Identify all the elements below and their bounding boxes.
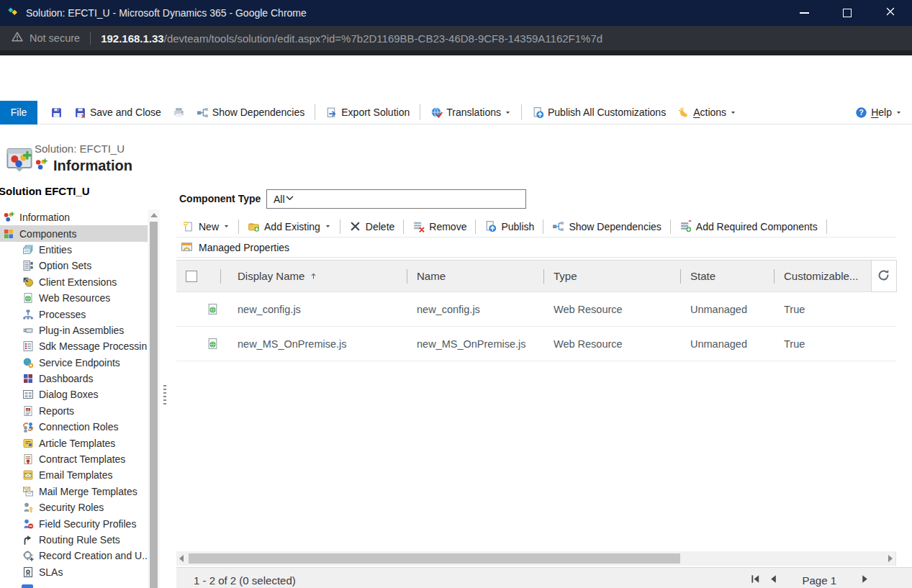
ribbon-print-button[interactable] (173, 107, 185, 119)
pane-splitter-handle[interactable] (163, 385, 166, 405)
grid-row[interactable]: new_config.jsnew_config.jsWeb ResourceUn… (176, 292, 896, 327)
previous-page-button[interactable] (768, 574, 779, 587)
sidebar-item-web-resources[interactable]: Web Resources (0, 290, 149, 306)
scroll-up-icon[interactable] (150, 213, 158, 217)
routing-rules-icon (22, 534, 34, 546)
column-header-type[interactable]: Type (543, 261, 680, 292)
url-text[interactable]: 192.168.1.33/devteam/tools/solution/edit… (101, 32, 602, 45)
delete-button[interactable]: Delete (349, 220, 394, 232)
sidebar-item-dialog-boxes[interactable]: Dialog Boxes (0, 386, 149, 402)
sidebar-item-field-security-profiles[interactable]: Field Security Profiles (0, 515, 149, 531)
column-header-name[interactable]: Name (407, 261, 543, 292)
sidebar-item-plug-in-assemblies[interactable]: Plug-in Assemblies (0, 322, 149, 338)
sidebar-item-label: SLAs (39, 566, 63, 578)
ribbon-publish-all-customizations-button[interactable]: Publish All Customizations (532, 107, 666, 119)
sidebar-item-routing-rule-sets[interactable]: Routing Rule Sets (0, 532, 149, 548)
component-type-select[interactable]: All (266, 189, 526, 209)
page-top-strip (0, 50, 912, 55)
sidebar-item-dashboards[interactable]: Dashboards (0, 371, 149, 386)
ribbon-export-solution-button[interactable]: Export Solution (325, 107, 410, 119)
close-button[interactable] (869, 0, 912, 26)
sidebar-item-sdk-message-processin[interactable]: Sdk Message Processin... (0, 338, 149, 354)
sidebar-item-slas[interactable]: SLAs (0, 564, 149, 580)
toolbar-separator (475, 220, 476, 234)
ribbon-actions-button[interactable]: Actions (677, 107, 736, 119)
ribbon-save-button[interactable] (50, 107, 63, 119)
sidebar-item-label: Entities (39, 244, 72, 255)
new-button[interactable]: New (182, 220, 230, 232)
sidebar-item-client-extensions[interactable]: Client Extensions (0, 274, 149, 290)
remove-button[interactable]: Remove (412, 220, 466, 232)
grid-row[interactable]: new_MS_OnPremise.jsnew_MS_OnPremise.jsWe… (176, 327, 896, 361)
sidebar-item-entities[interactable]: Entities (0, 242, 149, 258)
sidebar-item-mail-merge-templates[interactable]: Mail Merge Templates (0, 484, 149, 499)
plugin-assemblies-icon (22, 325, 34, 336)
dependencies-icon (552, 220, 564, 232)
scroll-right-icon[interactable] (888, 555, 893, 562)
add-required-components-button[interactable]: *Add Required Components (680, 220, 818, 232)
sidebar-item-connection-roles[interactable]: Connection Roles (0, 419, 149, 435)
first-page-button[interactable] (750, 574, 761, 587)
cell-type: Web Resource (543, 292, 680, 327)
security-label[interactable]: Not secure (30, 32, 80, 44)
sidebar-item-processes[interactable]: Processes (0, 306, 149, 322)
sidebar-scroll-thumb[interactable] (150, 222, 158, 588)
close-icon (885, 6, 896, 20)
sidebar-item-label: Option Sets (39, 260, 91, 271)
sidebar-item-article-templates[interactable]: Article Templates (0, 435, 149, 451)
toolbar-button-label: Remove (429, 221, 466, 232)
minimize-button[interactable] (782, 0, 826, 26)
sidebar-item-label: Mail Merge Templates (39, 486, 137, 497)
contract-templates-icon (22, 453, 34, 465)
horizontal-scroll-thumb[interactable] (189, 553, 680, 564)
sidebar-item-information[interactable]: Information (0, 209, 149, 225)
file-tab[interactable]: File (0, 101, 37, 125)
maximize-button[interactable] (826, 0, 869, 26)
refresh-button[interactable] (871, 261, 896, 292)
address-bar[interactable]: Not secure 192.168.1.33/devteam/tools/so… (0, 26, 912, 50)
service-endpoints-icon (22, 357, 34, 368)
column-header-state[interactable]: State (680, 261, 774, 292)
sidebar-item-label: Connection Roles (39, 421, 119, 433)
sidebar-item-label: Web Resources (39, 292, 110, 304)
remove-icon (412, 220, 425, 232)
managed-properties-button[interactable]: Managed Properties (176, 238, 896, 258)
row-trailing-cell (871, 327, 896, 361)
cell-type: Web Resource (543, 327, 680, 361)
url-path: /devteam/tools/solution/edit.aspx?id=%7b… (164, 32, 602, 45)
information-icon (35, 158, 48, 174)
column-header-display-name[interactable]: Display Name (220, 261, 407, 292)
sidebar-scrollbar[interactable] (148, 209, 160, 588)
scroll-left-icon[interactable] (179, 555, 184, 562)
show-dependencies-button[interactable]: Show Dependencies (552, 220, 661, 232)
sidebar-item-components[interactable]: Components (0, 225, 149, 241)
add-existing-button[interactable]: Add Existing (248, 220, 331, 232)
sidebar-item-record-creation-and-u[interactable]: Record Creation and U... (0, 548, 149, 564)
ribbon-help-button[interactable]: ?Help (855, 107, 902, 119)
sidebar-item-security-roles[interactable]: Security Roles (0, 499, 149, 515)
select-all-checkbox[interactable] (186, 271, 197, 282)
ribbon-show-dependencies-button[interactable]: Show Dependencies (197, 107, 304, 119)
toolbar-separator (826, 220, 827, 234)
ribbon-button-label: Save and Close (90, 107, 161, 118)
sidebar-item-reports[interactable]: Reports (0, 403, 149, 419)
row-icon-cell (176, 292, 220, 326)
row-trailing-cell (871, 292, 896, 327)
ribbon-translations-button[interactable]: Translations (430, 107, 511, 119)
ribbon-save-and-close-button[interactable]: xSave and Close (74, 107, 161, 119)
sort-ascending-icon (310, 272, 317, 280)
sidebar-item-label: Email Templates (39, 469, 112, 481)
next-page-button[interactable] (859, 574, 870, 587)
sidebar-item-contract-templates[interactable]: Contract Templates (0, 451, 149, 467)
sidebar-item-email-templates[interactable]: Email Templates (0, 467, 149, 483)
svg-text:x: x (81, 112, 86, 119)
column-header-customizable[interactable]: Customizable... (774, 261, 871, 292)
ribbon-button-label: Publish All Customizations (548, 107, 666, 118)
ribbon-button-label: Translations (446, 107, 501, 118)
publish-button[interactable]: Publish (484, 220, 534, 232)
sidebar-item-option-sets[interactable]: Option Sets (0, 258, 149, 273)
help-icon: ? (855, 107, 867, 119)
toolbar-button-label: Publish (501, 221, 534, 232)
sidebar-item-label: Plug-in Assemblies (39, 325, 124, 336)
sidebar-item-service-endpoints[interactable]: Service Endpoints (0, 355, 149, 371)
